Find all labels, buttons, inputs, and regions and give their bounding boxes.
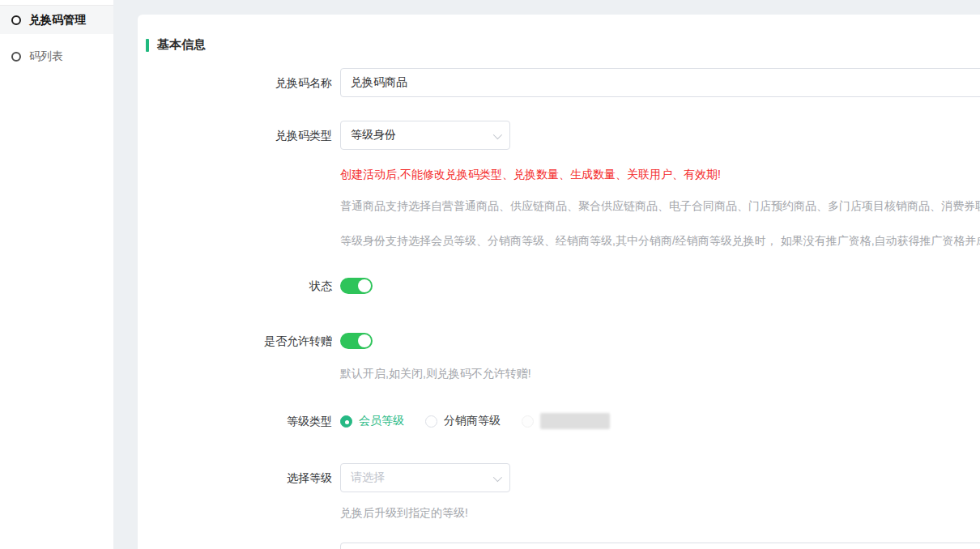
level-select[interactable]: 请选择 xyxy=(340,463,510,492)
sidebar-item-label: 码列表 xyxy=(29,49,63,64)
status-toggle[interactable] xyxy=(340,278,373,294)
section-title: 基本信息 xyxy=(157,37,206,53)
radio-distributor-level[interactable]: 分销商等级 xyxy=(425,414,501,428)
sidebar-item-label: 兑换码管理 xyxy=(29,13,86,28)
redeem-code-name-input[interactable] xyxy=(340,68,980,97)
transfer-label: 是否允许转赠 xyxy=(138,333,332,349)
level-type-label: 等级类型 xyxy=(138,413,332,429)
status-label: 状态 xyxy=(138,278,332,294)
main-panel: 基本信息 兑换码名称 兑换码类型 等级身份 创建活动后,不能修改兑换码类型、兑换… xyxy=(138,15,980,549)
chevron-down-icon xyxy=(493,473,502,482)
redacted-label-blur xyxy=(540,413,610,429)
sidebar-item-redeem-code-management[interactable]: 兑换码管理 xyxy=(0,5,113,34)
circle-bullet-icon xyxy=(11,52,21,62)
toggle-knob xyxy=(358,279,371,292)
partial-bottom-input[interactable] xyxy=(340,543,980,549)
level-select-label: 选择等级 xyxy=(138,463,332,492)
radio-unselected-icon xyxy=(522,415,534,428)
chevron-down-icon xyxy=(493,130,502,139)
redeem-code-type-select[interactable]: 等级身份 xyxy=(340,121,510,150)
radio-member-level[interactable]: 会员等级 xyxy=(340,414,404,428)
type-tip-line1: 普通商品支持选择自营普通商品、供应链商品、聚合供应链商品、电子合同商品、门店预约… xyxy=(340,199,980,214)
toggle-knob xyxy=(358,334,371,347)
radio-label: 分销商等级 xyxy=(444,414,501,428)
level-type-radio-group: 会员等级 分销商等级 xyxy=(340,413,610,429)
sidebar-item-code-list[interactable]: 码列表 xyxy=(0,42,113,71)
radio-label: 会员等级 xyxy=(359,414,404,428)
radio-redacted-option[interactable] xyxy=(522,413,610,429)
circle-bullet-icon xyxy=(11,15,21,25)
section-header: 基本信息 xyxy=(146,37,206,53)
sidebar: 兑换码管理 码列表 xyxy=(0,0,113,549)
type-tip-line2: 等级身份支持选择会员等级、分销商等级、经销商等级,其中分销商/经销商等级兑换时，… xyxy=(340,234,980,249)
type-label: 兑换码类型 xyxy=(138,121,332,150)
level-select-placeholder: 请选择 xyxy=(351,470,385,485)
name-label: 兑换码名称 xyxy=(138,68,332,97)
level-select-help-text: 兑换后升级到指定的等级! xyxy=(340,506,468,521)
transfer-toggle[interactable] xyxy=(340,333,373,349)
radio-unselected-icon xyxy=(425,415,437,428)
selected-type-value: 等级身份 xyxy=(351,128,396,143)
radio-selected-icon xyxy=(340,415,352,428)
transfer-help-text: 默认开启,如关闭,则兑换码不允许转赠! xyxy=(340,367,531,381)
type-warning-text: 创建活动后,不能修改兑换码类型、兑换数量、生成数量、关联用户、有效期! xyxy=(340,168,721,182)
section-accent-bar xyxy=(146,39,149,52)
